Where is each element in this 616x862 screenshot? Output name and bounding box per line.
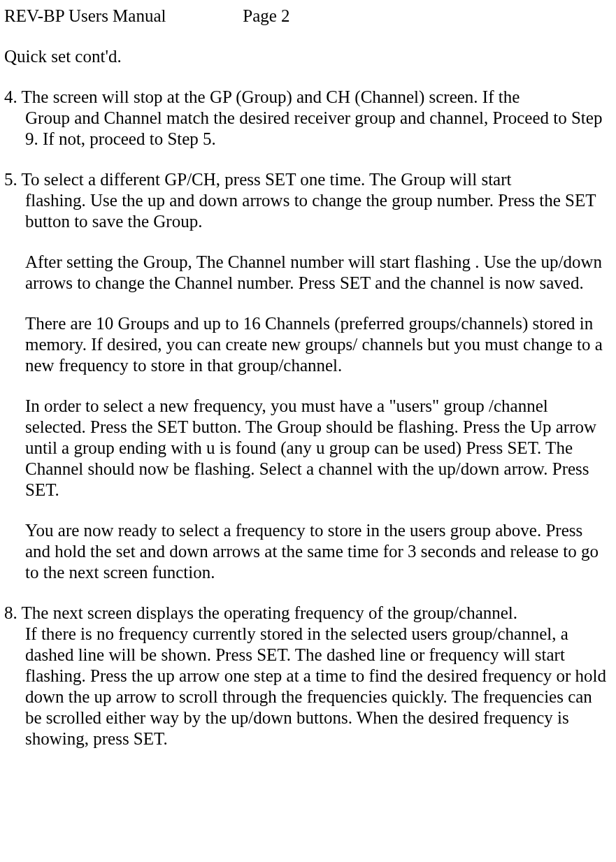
item-number: 5. [4, 170, 17, 189]
item-text-cont: flashing. Use the up and down arrows to … [4, 190, 612, 232]
item-text: To select a different GP/CH, press SET o… [22, 170, 512, 189]
section-subtitle: Quick set cont'd. [4, 46, 612, 67]
item-number: 4. [4, 87, 17, 106]
item-number: 8. [4, 603, 17, 622]
item-text-cont: Group and Channel match the desired rece… [4, 108, 612, 150]
list-item: 8. The next screen displays the operatin… [4, 603, 612, 749]
paragraph: You are now ready to select a frequency … [4, 520, 612, 583]
paragraph: There are 10 Groups and up to 16 Channel… [4, 313, 612, 376]
item-text: The next screen displays the operating f… [22, 603, 517, 622]
paragraph: In order to select a new frequency, you … [4, 396, 612, 501]
page-number: Page 2 [243, 6, 289, 25]
list-item: 5. To select a different GP/CH, press SE… [4, 169, 612, 232]
list-item: 4. The screen will stop at the GP (Group… [4, 87, 612, 150]
paragraph: After setting the Group, The Channel num… [4, 252, 612, 294]
doc-title: REV-BP Users Manual [4, 6, 238, 27]
page-header: REV-BP Users Manual Page 2 [4, 6, 612, 27]
item-text: The screen will stop at the GP (Group) a… [22, 87, 520, 106]
item-text-cont: If there is no frequency currently store… [4, 624, 612, 749]
